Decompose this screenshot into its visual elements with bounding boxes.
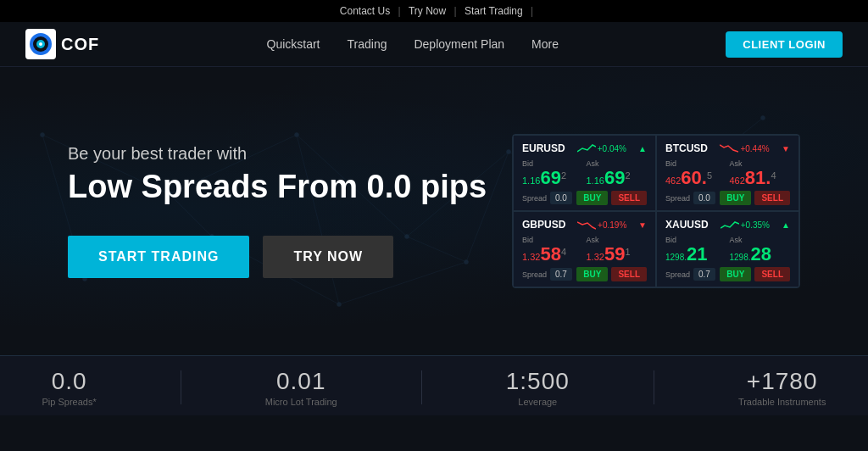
trading-widget: EURUSD +0.04% ▲ Bid 1 (512, 134, 800, 288)
stat-leverage-value: 1:500 (506, 368, 570, 395)
widget-row-2: GBPUSD +0.19% ▼ Bid 1 (513, 211, 799, 287)
btcusd-controls: Spread 0.0 BUY SELL (665, 191, 790, 205)
xauusd-bid: Bid 1298. 21 (665, 236, 726, 264)
pair-btcusd-change: +0.44% (720, 143, 769, 153)
nav-quickstart[interactable]: Quickstart (267, 37, 320, 51)
btcusd-bid: Bid 462 60. 5 (665, 159, 726, 187)
logo-icon (25, 29, 56, 59)
gbpusd-ask: Ask 1.32 59 1 (587, 236, 648, 264)
stat-divider-3 (654, 370, 654, 404)
topbar-starttrading-link[interactable]: Start Trading (465, 5, 523, 17)
svg-point-22 (507, 150, 511, 154)
pair-gbpusd: GBPUSD +0.19% ▼ Bid 1 (513, 211, 656, 287)
nav-trading[interactable]: Trading (348, 37, 387, 51)
btcusd-bid-ask: Bid 462 60. 5 Ask 462 81. (665, 159, 790, 187)
stat-pip-spreads: 0.0 Pip Spreads* (42, 368, 97, 407)
stat-pip-value: 0.0 (42, 368, 97, 395)
nav-links: Quickstart Trading Deployment Plan More (267, 37, 559, 51)
gbpusd-sell-button[interactable]: SELL (611, 267, 647, 281)
start-trading-button[interactable]: START TRADING (68, 236, 249, 278)
stats-bar: 0.0 Pip Spreads* 0.01 Micro Lot Trading … (0, 355, 868, 415)
stat-micro-lot: 0.01 Micro Lot Trading (265, 368, 337, 407)
pair-gbpusd-header: GBPUSD +0.19% ▼ (522, 219, 647, 231)
eurusd-arrow: ▲ (638, 144, 647, 153)
stat-leverage-label: Leverage (506, 397, 570, 407)
nav-more[interactable]: More (531, 37, 559, 51)
logo-text: COF (61, 35, 99, 54)
hero-subtitle: Be your best trader with (68, 144, 492, 164)
btcusd-ask: Ask 462 81. 4 (730, 159, 791, 187)
pair-gbpusd-change: +0.19% (577, 220, 626, 230)
svg-point-27 (337, 303, 342, 307)
pair-xauusd-change: +0.35% (721, 220, 770, 230)
xauusd-controls: Spread 0.7 BUY SELL (665, 267, 790, 281)
try-now-button[interactable]: TRY NOW (263, 236, 393, 278)
svg-point-18 (41, 133, 45, 137)
eurusd-bid-ask: Bid 1.16 69 2 Ask 1.16 69 (522, 159, 647, 187)
btcusd-sell-button[interactable]: SELL (754, 191, 790, 205)
stat-micro-label: Micro Lot Trading (265, 397, 337, 407)
nav-deployment[interactable]: Deployment Plan (414, 37, 504, 51)
eurusd-bid: Bid 1.16 69 2 (522, 159, 583, 187)
eurusd-controls: Spread 0.0 BUY SELL (522, 191, 647, 205)
gbpusd-arrow: ▼ (638, 220, 647, 230)
eurusd-sell-button[interactable]: SELL (611, 191, 647, 205)
stat-instruments-label: Tradable Instruments (738, 397, 826, 407)
pair-xauusd-header: XAUUSD +0.35% ▲ (665, 219, 790, 231)
top-bar: Contact Us | Try Now | Start Trading | (0, 0, 868, 22)
topbar-contact-link[interactable]: Contact Us (340, 5, 390, 17)
stat-leverage: 1:500 Leverage (506, 368, 570, 407)
xauusd-buy-button[interactable]: BUY (720, 267, 751, 281)
gbpusd-buy-button[interactable]: BUY (576, 267, 608, 281)
client-login-button[interactable]: CLIENT LOGIN (726, 31, 843, 58)
xauusd-ask: Ask 1298. 28 (730, 236, 791, 264)
sep3: | (531, 5, 533, 17)
pair-gbpusd-name: GBPUSD (522, 219, 565, 231)
stat-micro-value: 0.01 (265, 368, 337, 395)
stat-pip-label: Pip Spreads* (42, 397, 97, 407)
svg-point-20 (295, 133, 299, 137)
hero-content: Be your best trader with Low Spreads Fro… (68, 144, 492, 279)
hero-section: Be your best trader with Low Spreads Fro… (0, 67, 868, 355)
pair-eurusd-header: EURUSD +0.04% ▲ (522, 142, 647, 154)
pair-eurusd: EURUSD +0.04% ▲ Bid 1 (513, 135, 656, 211)
stat-divider-2 (421, 370, 422, 404)
hero-title: Low Spreads From 0.0 pips (68, 169, 492, 206)
pair-xauusd-name: XAUUSD (665, 219, 709, 231)
pair-xauusd: XAUUSD +0.35% ▲ Bid 1 (656, 211, 799, 287)
svg-point-3 (39, 42, 42, 46)
pair-btcusd-header: BTCUSD +0.44% ▼ (665, 142, 790, 154)
stat-instruments-value: +1780 (738, 368, 826, 395)
widget-row-1: EURUSD +0.04% ▲ Bid 1 (513, 135, 799, 211)
hero-buttons: START TRADING TRY NOW (68, 236, 492, 278)
xauusd-bid-ask: Bid 1298. 21 Ask 1298. 28 (665, 236, 790, 264)
topbar-try-link[interactable]: Try Now (409, 5, 446, 17)
sep1: | (398, 5, 401, 17)
stat-divider-1 (181, 370, 181, 404)
xauusd-sell-button[interactable]: SELL (754, 267, 790, 281)
logo: COF (25, 29, 99, 59)
gbpusd-bid: Bid 1.32 58 4 (522, 236, 583, 264)
btcusd-buy-button[interactable]: BUY (720, 191, 751, 205)
navbar: COF Quickstart Trading Deployment Plan M… (0, 22, 868, 67)
sep2: | (454, 5, 457, 17)
eurusd-ask: Ask 1.16 69 2 (587, 159, 648, 187)
svg-point-24 (761, 116, 765, 120)
xauusd-arrow: ▲ (782, 220, 790, 230)
btcusd-arrow: ▼ (782, 144, 790, 153)
pair-eurusd-name: EURUSD (522, 142, 565, 154)
pair-btcusd: BTCUSD +0.44% ▼ Bid 4 (656, 135, 799, 211)
gbpusd-controls: Spread 0.7 BUY SELL (522, 267, 647, 281)
eurusd-buy-button[interactable]: BUY (576, 191, 608, 205)
gbpusd-bid-ask: Bid 1.32 58 4 Ask 1.32 59 (522, 236, 647, 264)
trading-widget-container: EURUSD +0.04% ▲ Bid 1 (512, 134, 800, 288)
pair-eurusd-change: +0.04% (577, 143, 626, 153)
stat-instruments: +1780 Tradable Instruments (738, 368, 826, 407)
pair-btcusd-name: BTCUSD (665, 142, 708, 154)
